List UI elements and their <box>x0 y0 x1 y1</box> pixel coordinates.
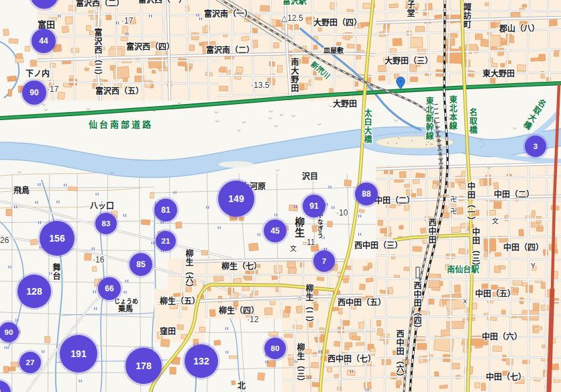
cluster-marker[interactable]: 149 <box>218 181 254 217</box>
cluster-count: 80 <box>271 344 280 352</box>
cluster-marker[interactable]: 90 <box>22 81 46 105</box>
cluster-marker[interactable]: 85 <box>130 253 152 276</box>
cluster-count: 88 <box>362 189 370 199</box>
cluster-count: 91 <box>309 201 318 211</box>
cluster-count: 44 <box>39 36 48 46</box>
cluster-count: 90 <box>5 328 13 336</box>
cluster-marker[interactable]: 27 <box>19 352 41 373</box>
cluster-marker[interactable]: 88 <box>355 183 378 205</box>
basemap <box>0 0 561 392</box>
cluster-count: 45 <box>270 226 279 236</box>
cluster-count: 81 <box>161 205 170 215</box>
cluster-count: 191 <box>70 348 86 359</box>
cluster-marker[interactable]: 128 <box>17 275 51 308</box>
cluster-count: 132 <box>193 356 209 366</box>
cluster-count: 149 <box>228 193 244 204</box>
cluster-marker[interactable]: 178 <box>125 348 162 384</box>
cluster-marker[interactable]: 156 <box>40 221 74 256</box>
map-canvas[interactable]: 富沢西（二）富沢西（一）富田富沢西（三）富沢西（四）下ノ内富沢西（五）富沢南（一… <box>0 0 561 392</box>
cluster-count: 66 <box>105 284 113 293</box>
cluster-marker[interactable]: 66 <box>98 277 121 300</box>
cluster-count: 178 <box>136 360 151 371</box>
cluster-count: 27 <box>26 358 35 366</box>
cluster-marker[interactable]: 191 <box>60 335 97 373</box>
cluster-marker[interactable]: 132 <box>185 344 218 378</box>
cluster-count: 90 <box>30 88 38 97</box>
cluster-count: 2 <box>0 388 1 392</box>
cluster-count: 21 <box>162 237 170 245</box>
cluster-count: 3 <box>533 142 538 150</box>
cluster-marker[interactable]: 91 <box>303 195 325 217</box>
cluster-marker[interactable]: 81 <box>154 199 177 222</box>
cluster-marker[interactable]: 45 <box>264 219 287 242</box>
cluster-marker[interactable]: 44 <box>32 29 56 53</box>
cluster-count: 156 <box>49 233 64 244</box>
cluster-count: 85 <box>136 260 145 269</box>
cluster-count: 128 <box>26 286 42 297</box>
cluster-marker[interactable]: 80 <box>264 338 286 359</box>
cluster-marker[interactable]: 83 <box>95 213 117 234</box>
cluster-marker[interactable]: 3 <box>525 136 546 157</box>
cluster-marker[interactable]: 7 <box>313 250 335 272</box>
cluster-count: 83 <box>102 219 111 228</box>
cluster-marker[interactable]: 21 <box>156 231 176 251</box>
cluster-count: 7 <box>322 257 326 265</box>
location-pin-icon[interactable] <box>396 77 405 89</box>
